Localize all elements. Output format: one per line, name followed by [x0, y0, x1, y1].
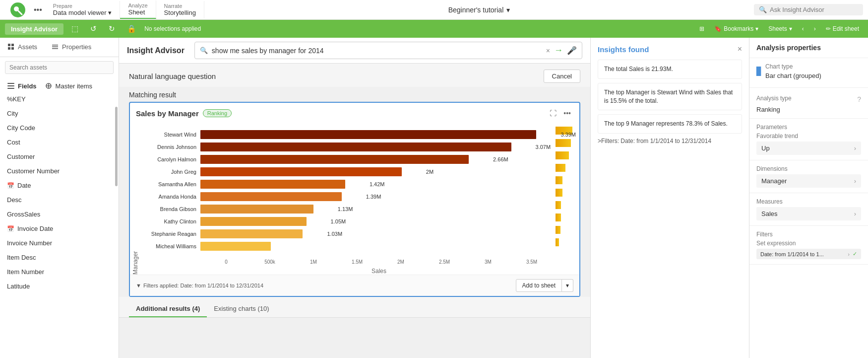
help-icon[interactable]: ?	[857, 95, 861, 103]
tab-properties[interactable]: Properties	[44, 38, 98, 57]
bookmarks-button[interactable]: 🔖 Bookmarks ▾	[710, 23, 762, 34]
more-options-button[interactable]: •••	[31, 3, 45, 16]
filter-chip-text: Date: from 1/1/2014 to 1...	[760, 251, 845, 257]
ia-search-input[interactable]	[212, 47, 542, 55]
field-item-cost[interactable]: Cost	[0, 135, 119, 149]
chart-inner: Manager Stewart Wind3.39MDennis Johnson3…	[130, 124, 573, 275]
tab-existing-charts[interactable]: Existing charts (10)	[207, 301, 276, 317]
svg-rect-10	[7, 83, 14, 84]
bar-label: Samantha Allen	[141, 181, 200, 187]
tab-assets[interactable]: Assets	[0, 38, 44, 57]
second-nav: Insight Advisor ⬚ ↺ ↻ 🔒 No selections ap…	[0, 20, 868, 38]
bar-label: Stephanie Reagan	[141, 231, 200, 237]
bar-value: 1.39M	[366, 194, 381, 200]
measures-section: Measures Sales ›	[749, 193, 868, 226]
field-item-customer[interactable]: Customer	[0, 149, 119, 164]
nav-section-analyze[interactable]: Analyze Sheet	[120, 0, 156, 19]
chevron-right-icon: ›	[854, 144, 856, 152]
bar-row: Stephanie Reagan1.03M	[141, 228, 554, 239]
field-name: %KEY	[7, 95, 26, 103]
svg-rect-5	[8, 47, 10, 50]
field-item-customer-number[interactable]: Customer Number	[0, 164, 119, 178]
ia-title: Insight Advisor	[127, 46, 185, 55]
ia-mic-button[interactable]: 🎤	[567, 46, 577, 55]
bar-fill	[200, 167, 402, 176]
field-item-item-number[interactable]: Item Number	[0, 265, 119, 279]
dimensions-value: Manager	[761, 177, 787, 185]
bars-container: Stewart Wind3.39MDennis Johnson3.07MCaro…	[141, 124, 554, 257]
field-item-gross-sales[interactable]: GrossSales	[0, 207, 119, 221]
field-name: Item Number	[7, 268, 44, 276]
field-name: Desc	[7, 196, 22, 204]
right-panel: Analysis properties ▊ Chart type Bar cha…	[749, 38, 868, 358]
app-title[interactable]: Beginner's tutorial ▾	[448, 6, 510, 14]
lock-button[interactable]: 🔒	[123, 22, 140, 35]
measures-value-item[interactable]: Sales ›	[756, 207, 861, 220]
insight-advisor-nav-button[interactable]: Insight Advisor	[5, 23, 63, 35]
filter-text: ▼ Filters applied: Date: from 1/1/2014 t…	[136, 283, 263, 288]
center-scroll: Natural language question Cancel Matchin…	[119, 64, 590, 358]
field-item-desc[interactable]: Desc	[0, 193, 119, 207]
x-tick: 1M	[292, 259, 335, 265]
field-item-invoice-number[interactable]: Invoice Number	[0, 236, 119, 250]
ia-clear-button[interactable]: ×	[546, 47, 550, 55]
field-item-item-desc[interactable]: Item Desc	[0, 250, 119, 265]
expand-chart-button[interactable]: ⛶	[547, 108, 559, 119]
sheets-button[interactable]: Sheets ▾	[764, 23, 796, 34]
insights-close-button[interactable]: ×	[738, 45, 742, 54]
next-sheet-button[interactable]: ›	[810, 23, 820, 34]
x-tick: 0	[204, 259, 248, 265]
x-tick: 500k	[248, 259, 292, 265]
field-item-city[interactable]: City	[0, 106, 119, 121]
add-to-sheet-button[interactable]: Add to sheet	[516, 279, 562, 292]
field-item-date[interactable]: 📅 Date	[0, 178, 119, 193]
calendar-icon: 📅	[7, 182, 14, 189]
svg-rect-4	[11, 44, 14, 46]
dimensions-value-item[interactable]: Manager ›	[756, 174, 861, 188]
filter-chip[interactable]: Date: from 1/1/2014 to 1... › ✓	[756, 249, 861, 259]
bar-value: 1.03M	[327, 231, 342, 237]
field-item-latitude[interactable]: Latitude	[0, 279, 119, 293]
chevron-right-icon: ›	[854, 210, 856, 217]
ia-search-bar[interactable]: 🔍 × → 🎤	[194, 42, 582, 59]
bar-row: Samantha Allen1.42M	[141, 179, 554, 190]
bar-track	[200, 241, 554, 252]
chart-actions: ⛶ •••	[547, 108, 573, 119]
field-item-invoice-date[interactable]: 📅 Invoice Date	[0, 221, 119, 236]
measures-value: Sales	[761, 210, 778, 217]
add-to-sheet-group: Add to sheet ▾	[516, 279, 573, 292]
lasso-tool-button[interactable]: ⬚	[67, 22, 82, 35]
x-tick: 3.5M	[510, 259, 554, 265]
ia-submit-button[interactable]: →	[554, 45, 563, 56]
bar-track: 1.42M	[200, 179, 554, 190]
ask-insight-search[interactable]: 🔍 Ask Insight Advisor	[754, 4, 863, 15]
bar-label: Micheal Williams	[141, 243, 200, 249]
nav-section-narrate[interactable]: Narrate Storytelling	[156, 1, 204, 18]
bar-row: John Greg2M	[141, 166, 554, 177]
bottom-tabs: Additional results (4) Existing charts (…	[119, 297, 590, 318]
field-name: Invoice Number	[7, 239, 52, 247]
bars-wrapper: Stewart Wind3.39MDennis Johnson3.07MCaro…	[141, 124, 554, 275]
add-to-sheet-dropdown-button[interactable]: ▾	[562, 279, 573, 292]
field-item-key[interactable]: %KEY	[0, 92, 119, 106]
analysis-type-row: Analysis type ?	[756, 93, 861, 106]
prev-sheet-button[interactable]: ‹	[798, 23, 808, 34]
cancel-button[interactable]: Cancel	[544, 70, 580, 83]
master-items-nav[interactable]: Master items	[45, 82, 92, 90]
dimensions-label: Dimensions	[756, 165, 861, 172]
undo-button[interactable]: ↺	[86, 22, 101, 35]
fields-label: Fields	[18, 82, 37, 90]
redo-button[interactable]: ↻	[105, 22, 119, 35]
field-item-city-code[interactable]: City Code	[0, 121, 119, 135]
bar-track: 2.66M	[200, 154, 554, 165]
trend-value-item[interactable]: Up ›	[756, 142, 861, 155]
chart-menu-button[interactable]: •••	[561, 108, 573, 119]
tab-additional-results[interactable]: Additional results (4)	[129, 301, 207, 317]
grid-view-button[interactable]: ⊞	[695, 23, 708, 34]
mini-bar-row	[556, 187, 573, 198]
fields-nav[interactable]: Fields	[7, 82, 37, 90]
nav-section-prepare[interactable]: Prepare Data model viewer ▾	[45, 1, 121, 18]
search-icon: 🔍	[200, 47, 208, 54]
search-assets-input[interactable]	[5, 61, 114, 74]
edit-sheet-button[interactable]: ✏ Edit sheet	[822, 23, 863, 34]
